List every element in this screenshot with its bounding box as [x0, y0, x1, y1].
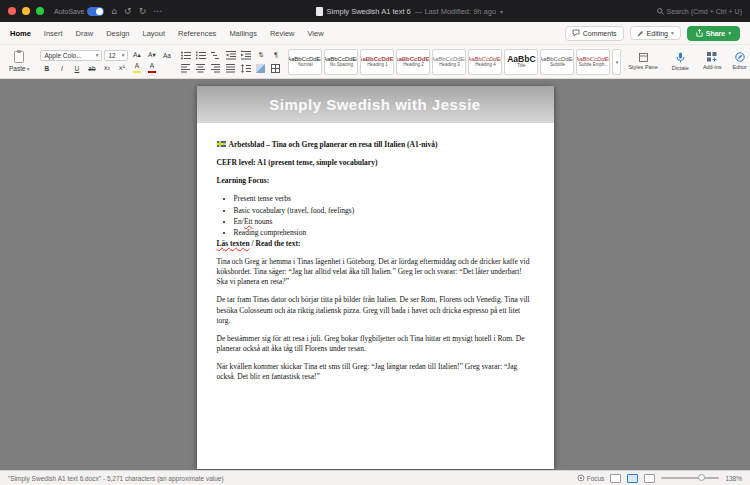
document-title-menu[interactable]: Simply Swedish A1 text 6 — Last Modified…: [169, 7, 649, 16]
document-stats[interactable]: "Simply Swedish A1 text 6.docx" - 5,271 …: [8, 475, 224, 482]
chevron-down-icon: ▾: [27, 66, 30, 72]
read-mode-button[interactable]: [610, 474, 621, 483]
minimize-window-button[interactable]: [22, 7, 30, 15]
spellcheck-flagged-word: Ett: [244, 217, 253, 226]
align-right-button[interactable]: [209, 63, 222, 74]
underline-button[interactable]: U: [70, 63, 83, 74]
multilevel-list-button[interactable]: [209, 50, 222, 61]
style-heading-2[interactable]: AaBbCcDdEeHeading 2: [396, 49, 430, 75]
chevron-down-icon: ▾: [122, 52, 125, 58]
tab-review[interactable]: Review: [270, 29, 295, 38]
autosave-toggle[interactable]: AutoSave: [54, 7, 104, 16]
dictate-button[interactable]: Dictate: [668, 52, 693, 71]
editing-mode-button[interactable]: Editing ▾: [630, 26, 681, 40]
chevron-down-icon: ▾: [671, 30, 674, 36]
document-title: Simply Swedish A1 text 6: [327, 7, 411, 16]
microphone-icon: [676, 52, 685, 63]
borders-button[interactable]: [269, 63, 282, 74]
style-subtitle[interactable]: AaBbCcDdEeSubtitle: [540, 49, 574, 75]
font-size-select[interactable]: 12 ▾: [104, 50, 128, 61]
outdent-icon: [226, 51, 236, 60]
comments-button[interactable]: Comments: [565, 26, 624, 41]
undo-icon[interactable]: ↺: [124, 7, 132, 16]
home-icon[interactable]: ⌂: [111, 7, 117, 16]
strikethrough-button[interactable]: ab: [85, 63, 98, 74]
learning-focus-list: Present tense verbs Basic vocabulary (tr…: [234, 194, 534, 238]
shrink-font-button[interactable]: A▾: [145, 50, 158, 61]
document-body[interactable]: Arbetsblad – Tina och Greg planerar en r…: [197, 123, 554, 382]
font-name-select[interactable]: Apple Colo... ▾: [40, 50, 102, 61]
styles-gallery-expand-button[interactable]: ▾: [612, 49, 621, 75]
worksheet-heading: Arbetsblad – Tina och Greg planerar en r…: [217, 140, 534, 150]
italic-button[interactable]: I: [55, 63, 68, 74]
bullet-list-icon: [181, 51, 191, 60]
borders-icon: [271, 64, 280, 73]
line-spacing-button[interactable]: [239, 63, 252, 74]
numbering-button[interactable]: [194, 50, 207, 61]
change-case-button[interactable]: Aa: [160, 50, 173, 61]
tab-insert[interactable]: Insert: [44, 29, 63, 38]
editor-icon: [735, 52, 745, 62]
increase-indent-button[interactable]: [239, 50, 252, 61]
align-left-button[interactable]: [179, 63, 192, 74]
style-title[interactable]: AaBbCTitle: [504, 49, 538, 75]
style-heading-4[interactable]: AaBbCcDdEeHeading 4: [468, 49, 502, 75]
text-highlight-button[interactable]: A: [130, 63, 143, 74]
show-paragraph-marks-button[interactable]: ¶: [269, 50, 282, 61]
focus-mode-button[interactable]: Focus: [577, 474, 605, 482]
shading-button[interactable]: [254, 63, 267, 74]
chevron-down-icon: ▾: [728, 30, 731, 36]
paste-button[interactable]: Paste▾: [4, 50, 34, 73]
style-heading-1[interactable]: AaBbCcDdEeHeading 1: [360, 49, 394, 75]
search-field[interactable]: Search (Cmd + Ctrl + U): [657, 8, 742, 15]
share-button[interactable]: Share ▾: [687, 26, 740, 41]
font-group: Apple Colo... ▾ 12 ▾ A▴ A▾ Aa B I U ab x…: [40, 50, 173, 74]
tab-view[interactable]: View: [307, 29, 323, 38]
editor-button[interactable]: Editor: [729, 52, 750, 70]
comment-icon: [572, 29, 580, 37]
highlight-color-swatch: [133, 71, 141, 73]
zoom-level[interactable]: 138%: [725, 475, 742, 482]
fullscreen-window-button[interactable]: [36, 7, 44, 15]
zoom-slider[interactable]: [661, 477, 719, 479]
superscript-button[interactable]: x²: [115, 63, 128, 74]
styles-pane-button[interactable]: Styles Pane: [624, 53, 661, 70]
decrease-indent-button[interactable]: [224, 50, 237, 61]
document-icon: [316, 7, 323, 16]
tab-design[interactable]: Design: [106, 29, 129, 38]
grow-font-button[interactable]: A▴: [130, 50, 143, 61]
tab-draw[interactable]: Draw: [76, 29, 94, 38]
addins-button[interactable]: Add-ins: [699, 52, 726, 70]
tab-home[interactable]: Home: [10, 29, 31, 38]
bold-button[interactable]: B: [40, 63, 53, 74]
style-subtle-emphasis[interactable]: AaBbCcDdEeSubtle Emph...: [576, 49, 610, 75]
list-item: Present tense verbs: [234, 194, 534, 204]
print-layout-button[interactable]: [627, 474, 638, 483]
style-no-spacing[interactable]: AaBbCcDdEeNo Spacing: [324, 49, 358, 75]
document-page[interactable]: Simply Swedish with Jessie Arbetsblad – …: [197, 86, 554, 469]
subscript-button[interactable]: x₂: [100, 63, 113, 74]
style-normal[interactable]: AaBbCcDdEeNormal: [288, 49, 322, 75]
sort-button[interactable]: ⇅: [254, 50, 267, 61]
document-canvas[interactable]: Simply Swedish with Jessie Arbetsblad – …: [0, 79, 750, 470]
paragraph-3: De bestämmer sig för att resa i juli. Gr…: [217, 334, 534, 354]
align-center-button[interactable]: [194, 63, 207, 74]
list-item: En/Ett nouns: [234, 217, 534, 227]
styles-pane-icon: [639, 53, 648, 62]
bullets-button[interactable]: [179, 50, 192, 61]
style-heading-3[interactable]: AaBbCcDdEeHeading 3: [432, 49, 466, 75]
more-commands-icon[interactable]: ⋯: [153, 7, 162, 16]
close-window-button[interactable]: [8, 7, 16, 15]
tab-references[interactable]: References: [178, 29, 216, 38]
titlebar: AutoSave ⌂ ↺ ↻ ⋯ Simply Swedish A1 text …: [0, 0, 750, 22]
document-header-title: Simply Swedish with Jessie: [269, 96, 480, 113]
tab-layout[interactable]: Layout: [142, 29, 165, 38]
zoom-slider-knob[interactable]: [698, 474, 705, 481]
font-color-button[interactable]: A: [145, 63, 158, 74]
web-layout-button[interactable]: [644, 474, 655, 483]
chevron-down-icon: ▾: [96, 52, 99, 58]
tab-mailings[interactable]: Mailings: [229, 29, 257, 38]
search-placeholder: Search (Cmd + Ctrl + U): [667, 8, 742, 15]
redo-icon[interactable]: ↻: [139, 7, 147, 16]
justify-button[interactable]: [224, 63, 237, 74]
